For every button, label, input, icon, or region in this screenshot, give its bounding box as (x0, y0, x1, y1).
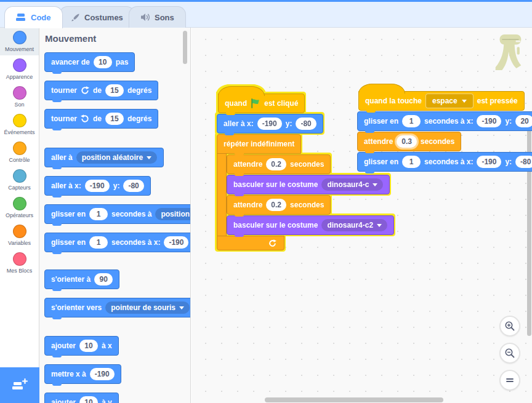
block-label: glisser en (364, 117, 398, 126)
category-capteurs[interactable]: Capteurs (0, 166, 39, 194)
category-mouvement[interactable]: Mouvement (0, 28, 39, 55)
number-input[interactable]: 90 (94, 273, 113, 285)
workspace-horizontal-scrollbar[interactable] (265, 397, 443, 402)
number-input[interactable]: 10 (79, 396, 98, 403)
palette-block-tourner-droite[interactable]: tournerde15degrés (44, 81, 158, 100)
tab-sons[interactable]: Sons (129, 6, 186, 28)
category-color-dot (13, 142, 26, 155)
block-attendre-2[interactable]: attendre0.2secondes (227, 195, 331, 215)
category-controle[interactable]: Contrôle (0, 138, 39, 166)
palette-block-aller-a[interactable]: aller àposition aléatoire (44, 148, 164, 167)
script-workspace[interactable]: quandest cliqué aller à x:-190y:-80 répé… (191, 28, 532, 403)
number-input[interactable]: -190 (90, 368, 115, 380)
category-son[interactable]: Son (0, 83, 39, 111)
number-input[interactable]: 1 (402, 115, 421, 127)
number-input[interactable]: -80 (296, 118, 316, 130)
block-basculer-costume-2[interactable]: basculer sur le costumedinosaur4-c2 (227, 215, 394, 235)
number-input[interactable]: -190 (257, 118, 282, 130)
dropdown-field[interactable]: dinosaur4-c2 (321, 219, 387, 231)
block-label: secondes à x: (424, 158, 473, 166)
zoom-out-button[interactable] (499, 343, 520, 364)
zoom-in-button[interactable] (499, 316, 520, 337)
number-input[interactable]: -190 (164, 236, 188, 249)
dropdown-field[interactable]: position aléatoire (76, 151, 157, 164)
loop-arrow-icon (268, 239, 276, 247)
block-attendre[interactable]: attendre0.3secondes (357, 132, 461, 151)
block-label: secondes à x: (111, 238, 160, 247)
tab-bar: Code Costumes Sons (0, 2, 532, 28)
block-aller-a-xy[interactable]: aller à x:-190y:-80 (217, 114, 323, 134)
number-input[interactable]: 1 (89, 208, 108, 220)
palette-block-orienter-a[interactable]: s'orienter à90 (44, 269, 119, 289)
block-label: à x (102, 341, 112, 350)
number-input[interactable]: 0.2 (266, 158, 286, 170)
number-input[interactable]: 15 (105, 113, 124, 125)
block-label: attendre (233, 201, 262, 209)
palette-block-avancer[interactable]: avancer de10pas (44, 52, 135, 72)
dropdown-value: position aléatoire (82, 153, 143, 162)
block-label: basculer sur le costume (233, 180, 318, 189)
tab-costumes[interactable]: Costumes (59, 6, 135, 28)
number-input[interactable]: 1 (402, 156, 421, 168)
block-label: mettre x à (51, 370, 86, 378)
block-label: glisser en (364, 158, 398, 166)
block-basculer-costume-1[interactable]: basculer sur le costumedinosaur4-c (227, 175, 390, 194)
number-input[interactable]: 10 (94, 56, 112, 68)
block-repeter-indefiniment[interactable]: répéter indéfiniment (217, 134, 301, 154)
category-operateurs[interactable]: Opérateurs (0, 194, 39, 221)
palette-block-mettre-x[interactable]: mettre x à-190 (44, 364, 121, 384)
number-input[interactable]: 0.2 (266, 199, 286, 211)
palette-block-ajouter-x[interactable]: ajouter10à x (44, 336, 119, 356)
dropdown-field[interactable]: pointeur de souris (105, 301, 190, 314)
block-glisser-2[interactable]: glisser en1secondes à x:-190y:-80 (357, 152, 532, 172)
chevron-down-icon (147, 156, 151, 159)
palette-block-aller-a-xy[interactable]: aller à x:-190y:-80 (44, 176, 151, 196)
add-extension-icon (12, 378, 28, 393)
dropdown-field[interactable]: dinosaur4-c (321, 178, 383, 191)
workspace-vertical-scrollbar[interactable] (527, 116, 531, 336)
number-input[interactable]: 20 (515, 115, 532, 127)
category-variables[interactable]: Variables (0, 221, 39, 249)
category-apparence[interactable]: Apparence (0, 55, 39, 83)
category-label: Variables (8, 240, 31, 246)
palette-block-glisser-xy[interactable]: glisser en1secondes à x:-190y:-80 (44, 233, 191, 252)
category-mes-blocs[interactable]: Mes Blocs (0, 249, 39, 277)
turn-counterclockwise-icon (81, 114, 89, 123)
block-label: ajouter (51, 341, 76, 350)
number-input[interactable]: -80 (123, 180, 143, 192)
block-glisser-1[interactable]: glisser en1secondes à x:-190y:20 (357, 111, 532, 131)
block-label: quand (225, 99, 247, 108)
category-color-dot (13, 31, 26, 44)
palette-block-glisser[interactable]: glisser en1secondes àposition aléatoire (44, 204, 191, 224)
block-quand-touche-pressee[interactable]: quand la toucheespaceest pressée (358, 91, 525, 111)
block-palette: Mouvement avancer de10pas tournerde15deg… (39, 28, 191, 403)
category-evenements[interactable]: Événements (0, 111, 39, 138)
forever-loop-bottom[interactable] (217, 236, 284, 250)
add-extension-button[interactable] (0, 367, 39, 403)
number-input[interactable]: 10 (79, 340, 98, 352)
category-color-dot (13, 252, 26, 266)
block-attendre-1[interactable]: attendre0.2secondes (227, 154, 331, 174)
number-input[interactable]: -80 (515, 156, 532, 168)
palette-block-orienter-vers[interactable]: s'orienter verspointeur de souris (44, 298, 191, 317)
number-input[interactable]: 0.3 (397, 135, 417, 148)
number-input[interactable]: -190 (477, 115, 501, 127)
number-input[interactable]: 15 (105, 84, 124, 97)
number-input[interactable]: -190 (85, 180, 110, 192)
block-label: secondes (290, 201, 324, 209)
zoom-reset-button[interactable] (499, 370, 520, 391)
dropdown-field[interactable]: position aléatoire (155, 208, 191, 220)
dropdown-field[interactable]: espace (425, 94, 474, 108)
category-label: Son (14, 102, 24, 108)
zoom-in-icon (504, 321, 515, 332)
block-label: y: (113, 182, 120, 190)
block-label: s'orienter à (51, 275, 91, 284)
block-quand-drapeau-clique[interactable]: quandest cliqué (218, 94, 305, 113)
palette-scrollbar[interactable] (183, 31, 187, 64)
block-label: attendre (364, 137, 393, 146)
number-input[interactable]: 1 (89, 236, 108, 249)
palette-block-ajouter-y[interactable]: ajouter10à y (44, 393, 119, 403)
tab-code[interactable]: Code (4, 6, 63, 28)
number-input[interactable]: -190 (477, 156, 501, 168)
palette-block-tourner-gauche[interactable]: tournerde15degrés (44, 109, 158, 129)
